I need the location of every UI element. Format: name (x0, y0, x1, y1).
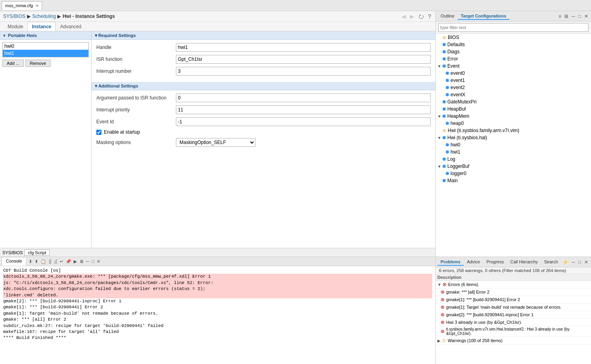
breadcrumb-part-0[interactable]: SYS/BIOS (3, 14, 25, 19)
interrupt-priority-row: Interrupt priority (96, 105, 431, 114)
problems-tool-maximize[interactable]: □ (577, 259, 582, 265)
tree-item-main[interactable]: Main (436, 177, 591, 184)
remove-hwi-button[interactable]: Remove (25, 60, 51, 67)
masking-dropdown[interactable]: MaskingOption_SELF MaskingOption_ALL Mas… (176, 138, 256, 147)
console-tool-monitor[interactable]: 🖥 (78, 259, 84, 264)
problem-item-5[interactable]: ⊗ ti.sysbios.family.arm.v7r.vim.Hwi.Inst… (436, 326, 591, 337)
tree-item-error[interactable]: Error (436, 55, 591, 62)
problems-area: Description ▼ ⊗ Errors (6 items) ⊗ gmake… (436, 274, 591, 364)
target-configs-tab[interactable]: Target Configurations (458, 13, 509, 20)
console-tool-pin[interactable]: 📌 (65, 259, 72, 265)
tree-item-gatemutexpri[interactable]: GateMutexPri (436, 98, 591, 105)
nav-refresh-button[interactable]: ⭮ (417, 13, 425, 20)
console-tool-wrap[interactable]: ↵ (59, 259, 64, 265)
problem-item-2[interactable]: ⊗ gmake[1]: Target 'main-build' not rema… (436, 304, 591, 311)
tree-item-hwi-hal[interactable]: ▼ Hwi (ti.sysbios.hal) (436, 134, 591, 141)
tree-item-heapbuf[interactable]: HeapBuf (436, 105, 591, 113)
required-collapse-icon[interactable]: ▼ (94, 33, 98, 38)
filter-input[interactable] (438, 23, 589, 32)
tree-item-hwi0[interactable]: hwi0 (436, 141, 591, 148)
problems-tab-advice[interactable]: Advice (464, 259, 483, 266)
tree-item-hwi1[interactable]: hwi1 (436, 148, 591, 156)
right-tool-close[interactable]: ✕ (583, 13, 589, 19)
tree-item-heap0[interactable]: heap0 (436, 120, 591, 127)
argument-input[interactable] (176, 93, 431, 102)
console-tool-maximize[interactable]: □ (91, 259, 95, 264)
hwis-title: Portable Hwis (8, 33, 37, 38)
problems-errors-group[interactable]: ▼ ⊗ Errors (6 items) (436, 281, 591, 288)
problems-tool-minimize[interactable]: ─ (570, 259, 576, 265)
right-tool-list[interactable]: ≡ (557, 13, 562, 19)
console-tool-copy[interactable]: 📋 (40, 259, 47, 265)
breadcrumb-part-1[interactable]: Scheduling (32, 14, 56, 19)
tree-item-heapmem[interactable]: ▼ HeapMem (436, 113, 591, 120)
right-tool-minimize[interactable]: ─ (570, 13, 576, 19)
outline-tab[interactable]: Outline (437, 13, 458, 20)
tree-item-eventx[interactable]: eventX (436, 91, 591, 98)
tab-advanced[interactable]: Advanced (56, 22, 86, 31)
sysbios-bar: SYS/BIOS cfg Script (0, 248, 435, 257)
interrupt-number-input[interactable] (176, 67, 431, 76)
tree-item-diags[interactable]: Diags (436, 48, 591, 55)
interrupt-priority-input[interactable] (176, 105, 431, 114)
problems-tab-problems[interactable]: Problems (437, 259, 464, 266)
nav-back-button[interactable]: ◀ (400, 13, 407, 20)
event-id-input[interactable] (176, 117, 431, 126)
add-hwi-button[interactable]: Add ... (2, 60, 24, 67)
console-tool-up[interactable]: ⬆ (34, 259, 39, 265)
problem-item-1[interactable]: ⊗ gmake[1]: *** [build-92909441] Error 2 (436, 296, 591, 304)
right-tool-maximize[interactable]: □ (577, 13, 582, 19)
console-output: CDT Build Console [os] xdctools_3_50_08_… (0, 266, 435, 364)
tree-item-event1[interactable]: event1 (436, 77, 591, 84)
tree-item-event0[interactable]: event0 (436, 70, 591, 77)
console-toolbar: ⬇ ⬆ 📋 ⣿ ⣾ ↵ 📌 ▶ 🖥 ─ □ ✕ (26, 257, 434, 266)
tree-item-event[interactable]: ▼ Event (436, 62, 591, 70)
tree-item-log[interactable]: Log (436, 156, 591, 163)
problems-tab-progress[interactable]: Progress (483, 259, 507, 266)
problems-tab-search[interactable]: Search (541, 259, 561, 266)
interrupt-number-row: Interrupt number (96, 67, 431, 76)
isr-function-input[interactable] (176, 55, 431, 64)
hwis-collapse-icon[interactable]: ▼ (2, 33, 6, 38)
problem-label-0: gmake: *** [all] Error 2 (446, 290, 490, 294)
console-tab[interactable]: Console (2, 257, 26, 266)
console-line-10: **** Build Finished **** (3, 335, 432, 341)
console-tool-columns[interactable]: ⣿ (48, 259, 53, 265)
enable-at-startup-checkbox[interactable] (96, 130, 101, 135)
tab-module[interactable]: Module (3, 22, 27, 31)
console-tabs: Console ⬇ ⬆ 📋 ⣿ ⣾ ↵ 📌 ▶ 🖥 ─ □ ✕ (0, 257, 435, 266)
additional-collapse-icon[interactable]: ▼ (94, 84, 98, 88)
right-panel-tabs: Outline Target Configurations ≡ ⊞ ─ □ ✕ (436, 11, 591, 21)
tree-item-loggerbuf[interactable]: ▼ LoggerBuf (436, 163, 591, 170)
console-tool-minimize[interactable]: ─ (85, 259, 90, 264)
problems-tab-callhierarchy[interactable]: Call Hierarchy (507, 259, 541, 266)
problem-item-4[interactable]: ⊗ Hwi 3 already in use (by &Gpt_Ch1Isr). (436, 319, 591, 326)
handle-input[interactable] (176, 43, 431, 52)
problems-tool-1[interactable]: ⚡ (561, 259, 570, 265)
tree-item-defaults[interactable]: Defaults (436, 41, 591, 48)
problems-tool-close[interactable]: ✕ (583, 259, 589, 265)
hwi-item-1[interactable]: hwi1 (3, 50, 88, 57)
right-tool-tree[interactable]: ⊞ (563, 13, 570, 19)
console-tool-close[interactable]: ✕ (96, 259, 101, 265)
console-tool-run[interactable]: ▶ (73, 259, 78, 265)
tree-item-hwi-vim[interactable]: ⚙ Hwi (ti.sysbios.family.arm.v7r.vim) (436, 127, 591, 134)
console-tool-cols2[interactable]: ⣾ (53, 259, 58, 265)
cfg-script-tab[interactable]: cfg Script (24, 249, 50, 256)
console-line-5: gmake[1]: *** [build-92909441] Error 2 (3, 304, 432, 310)
problems-warnings-group[interactable]: ▶ ⚠ Warnings (100 of 258 items) (436, 337, 591, 345)
tree-item-event2[interactable]: event2 (436, 84, 591, 91)
tab-close-icon[interactable]: ✕ (35, 4, 39, 8)
problem-item-0[interactable]: ⊗ gmake: *** [all] Error 2 (436, 288, 591, 296)
tree-item-bios[interactable]: ⚙ BIOS (436, 34, 591, 41)
console-line-3: 'linker.cmd' deleted. (3, 292, 432, 298)
nav-help-button[interactable]: ? (427, 13, 432, 20)
nav-forward-button[interactable]: ▶ (409, 13, 415, 20)
editor-tab-mss[interactable]: mss_mmw.cfg ✕ (2, 1, 42, 10)
hwi-item-0[interactable]: hwi0 (3, 43, 88, 50)
console-tool-down[interactable]: ⬇ (28, 259, 33, 265)
tab-instance[interactable]: Instance (27, 22, 56, 31)
tree-item-logger0[interactable]: logger0 (436, 170, 591, 177)
right-top-panel: Outline Target Configurations ≡ ⊞ ─ □ ✕ (436, 11, 591, 257)
problem-item-3[interactable]: ⊗ gmake[2]: *** [build-92909441-inproc] … (436, 311, 591, 319)
